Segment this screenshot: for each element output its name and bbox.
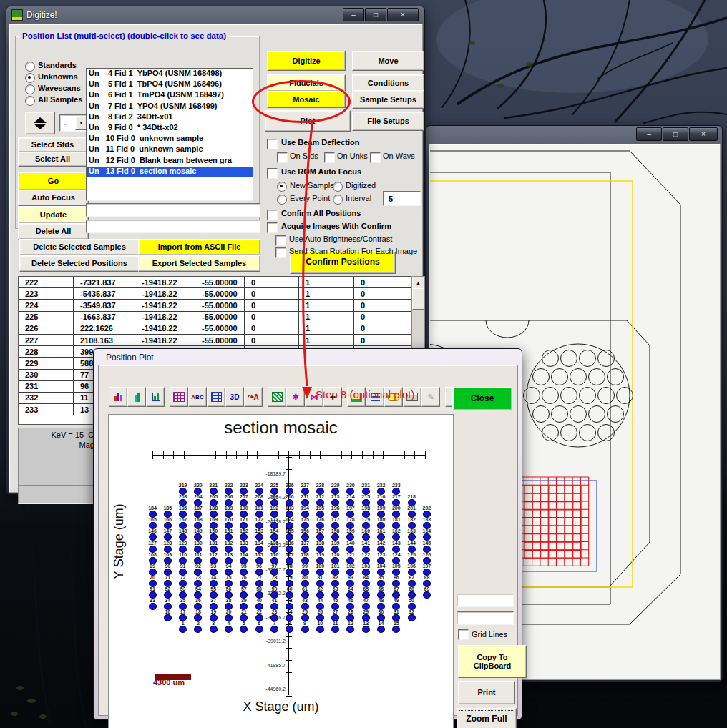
table-row[interactable]: 226222.1626-19418.22-55.00000010 — [19, 323, 412, 335]
on-wavs-checkbox[interactable] — [370, 152, 381, 163]
table-cell[interactable]: 0 — [245, 288, 299, 300]
maximize-button[interactable]: □ — [663, 127, 688, 141]
position-list-item[interactable]: Un 7 Fid 1 YPO4 (USNM 168499) — [87, 102, 253, 112]
table-cell[interactable]: 1 — [299, 312, 354, 323]
table-row[interactable]: 225-1663.837-19418.22-55.00000010 — [19, 312, 412, 323]
3d-view-icon[interactable]: 3D — [225, 387, 244, 407]
table-cell[interactable]: -19418.22 — [135, 277, 195, 288]
table-cell[interactable]: 0 — [245, 312, 299, 323]
digitize-titlebar[interactable]: Digitize! – □ × — [6, 6, 424, 24]
auto-focus-button[interactable]: Auto Focus — [18, 190, 89, 206]
scroll-up-icon[interactable]: ▲ — [412, 277, 424, 289]
digitized-radio[interactable] — [333, 182, 343, 192]
table-cell[interactable]: 225 — [19, 312, 74, 323]
position-list-item[interactable]: Un 9 Fid 0 * 34Dtt-x02 — [87, 123, 253, 134]
table-cell[interactable]: 0 — [354, 335, 411, 346]
table-cell[interactable]: -3549.837 — [74, 300, 135, 311]
rotate-label-icon[interactable]: ↷A — [244, 387, 263, 407]
filter-radio-wavescans[interactable] — [25, 84, 35, 94]
filter-radio-standards[interactable] — [25, 62, 35, 72]
table-row[interactable]: 222-7321.837-19418.22-55.00000010 — [19, 277, 412, 288]
interval-radio[interactable] — [333, 195, 343, 205]
table-cell[interactable]: 2108.163 — [74, 335, 135, 346]
table-cell[interactable]: 1 — [299, 335, 354, 346]
table-cell[interactable]: 230 — [19, 370, 74, 381]
table-cell[interactable]: 1 — [299, 277, 354, 288]
use-auto-brightness-checkbox[interactable] — [275, 235, 286, 246]
plot-coord-y-field[interactable] — [457, 611, 514, 625]
order-dropdown[interactable]: - ▼ — [59, 114, 88, 132]
table-cell[interactable]: 231 — [19, 381, 74, 393]
import-from-ascii-file-button[interactable]: Import from ASCII File — [138, 239, 260, 255]
maximize-button[interactable]: □ — [365, 8, 386, 21]
table-cell[interactable]: 228 — [19, 346, 74, 358]
table-row[interactable]: 2272108.163-19418.22-55.00000010 — [19, 335, 412, 346]
on-stds-checkbox[interactable] — [277, 152, 288, 163]
position-list-item[interactable]: Un 8 Fid 2 34Dtt-x01 — [87, 112, 253, 123]
every-point-radio[interactable] — [277, 195, 287, 205]
numbered-grid-icon[interactable] — [207, 387, 225, 407]
table-cell[interactable]: 224 — [19, 300, 74, 311]
copy-to-clipboard-button[interactable]: Copy To ClipBoard — [458, 645, 527, 678]
sample-desc-field[interactable] — [86, 220, 260, 233]
new-sample-radio[interactable] — [277, 182, 287, 192]
table-cell[interactable]: 0 — [245, 323, 299, 335]
minimize-button[interactable]: – — [636, 127, 662, 141]
table-cell[interactable]: 1 — [299, 288, 354, 300]
table-cell[interactable]: 0 — [354, 312, 411, 323]
sample-name-field[interactable] — [86, 203, 260, 217]
axis-chart-icon[interactable] — [146, 387, 165, 407]
position-list-item[interactable]: Un 13 Fid 0 section mosaic — [87, 167, 253, 177]
table-cell[interactable]: -55.00000 — [195, 323, 245, 335]
stage-map-titlebar[interactable]: – □ × — [426, 126, 722, 143]
print-button[interactable]: Print — [458, 681, 515, 704]
table-cell[interactable]: 0 — [354, 323, 411, 335]
text-abc-icon[interactable]: ABC — [188, 387, 207, 407]
move-button[interactable]: Move — [352, 51, 424, 71]
table-cell[interactable]: -55.00000 — [195, 312, 245, 323]
digitize-button[interactable]: Digitize — [267, 51, 346, 71]
table-cell[interactable]: -19418.22 — [135, 288, 195, 300]
table-cell[interactable]: -19418.22 — [135, 335, 195, 346]
table-cell[interactable]: 0 — [354, 300, 411, 311]
filter-radio-all-samples[interactable] — [25, 96, 35, 106]
position-list-item[interactable]: Un 4 Fid 1 YbPO4 (USNM 168498) — [87, 69, 253, 79]
table-cell[interactable]: 0 — [245, 335, 299, 346]
position-list-item[interactable]: Un 6 Fid 1 TmPO4 (USNM 168497) — [87, 90, 253, 101]
select-stds-button[interactable]: Select Stds — [18, 137, 87, 152]
table-cell[interactable]: -55.00000 — [195, 300, 245, 311]
acquire-images-with-confirm-checkbox[interactable] — [267, 222, 278, 233]
table-cell[interactable]: 232 — [19, 393, 74, 404]
position-list-item[interactable]: Un 12 Fid 0 Blank beam between gra — [87, 156, 253, 167]
table-cell[interactable]: 1 — [299, 323, 354, 335]
table-cell[interactable]: 0 — [354, 277, 411, 288]
delete-selected-samples-button[interactable]: Delete Selected Samples — [19, 239, 140, 255]
table-cell[interactable]: -55.00000 — [195, 288, 245, 300]
data-table-icon[interactable] — [170, 387, 188, 407]
table-row[interactable]: 223-5435.837-19418.22-55.00000010 — [19, 288, 412, 300]
sample-setups-button[interactable]: Sample Setups — [352, 90, 424, 109]
interval-value-field[interactable]: 5 — [383, 191, 421, 206]
table-cell[interactable]: -55.00000 — [195, 335, 245, 346]
table-cell[interactable]: -7321.837 — [74, 277, 135, 288]
delete-all-button[interactable]: Delete All — [18, 223, 89, 240]
position-list-item[interactable]: Un 11 Fid 0 unknown sample — [87, 144, 253, 155]
scroll-thumb[interactable] — [412, 288, 424, 310]
close-button[interactable]: × — [387, 8, 419, 21]
delete-selected-positions-button[interactable]: Delete Selected Positions — [19, 255, 140, 272]
use-beam-deflection-checkbox[interactable] — [267, 139, 278, 149]
bar-chart-icon[interactable] — [109, 387, 127, 407]
plot-coord-x-field[interactable] — [457, 594, 514, 607]
table-cell[interactable]: -19418.22 — [135, 323, 195, 335]
pattern-fill-icon[interactable] — [268, 387, 286, 407]
on-unks-checkbox[interactable] — [324, 152, 335, 163]
file-setups-button[interactable]: File Setups — [352, 112, 424, 131]
table-cell[interactable]: 227 — [19, 335, 74, 346]
go-button[interactable]: Go — [18, 172, 89, 190]
plot-close-button[interactable]: Close — [452, 387, 512, 410]
table-cell[interactable]: 222 — [19, 277, 74, 288]
update-button[interactable]: Update — [18, 206, 89, 224]
table-cell[interactable]: -1663.837 — [74, 312, 135, 323]
select-all-button[interactable]: Select All — [18, 152, 87, 167]
table-cell[interactable]: 0 — [354, 288, 411, 300]
